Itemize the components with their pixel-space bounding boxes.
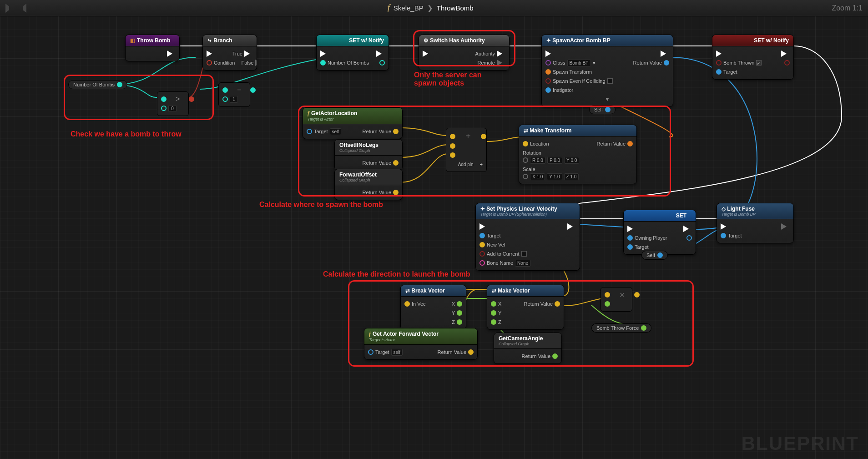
node-spawn-actor[interactable]: ✦ SpawnActor Bomb BP Class Bomb BP▾Retur…	[541, 35, 673, 107]
var-bomb-throw-force[interactable]: Bomb Throw Force	[591, 323, 651, 333]
annotation-label: Calculate where to spawn the bomb	[259, 201, 383, 209]
node-set-owner[interactable]: SET Owning Player Target	[623, 210, 696, 255]
node-header: fGet Actor Forward VectorTarget is Actor	[364, 328, 477, 345]
annotation-label: Check we have a bomb to throw	[71, 130, 182, 138]
var-self[interactable]: Self	[589, 105, 616, 114]
var-number-of-bombs[interactable]: Number Of Bombs	[68, 80, 127, 89]
node-forward-offset[interactable]: ForwardOffsetCollapsed Graph Return Valu…	[334, 169, 403, 200]
node-add-vector[interactable]: + Add pin +	[446, 128, 487, 172]
node-header: ⇄ Make Vector	[487, 285, 564, 297]
node-header: ⇄ Make Transform	[519, 125, 636, 136]
node-set-thrown[interactable]: SET w/ Notify Bomb Thrown ✓ Target	[712, 35, 794, 80]
node-header: ◇ Light FuseTarget is Bomb BP	[717, 203, 793, 219]
node-set-bombs[interactable]: SET w/ Notify Number Of Bombs	[316, 35, 389, 71]
breadcrumb-blueprint[interactable]: Skele_BP	[394, 4, 424, 12]
node-switch-authority[interactable]: ⚙ Switch Has Authority Authority Remote	[419, 35, 510, 71]
node-set-velocity[interactable]: ✦ Set Physics Linear VelocityTarget is B…	[475, 203, 580, 271]
node-branch[interactable]: ⤷ Branch True ConditionFalse	[202, 35, 257, 71]
watermark: BLUEPRINT	[742, 433, 859, 454]
node-header: ✦ SpawnActor Bomb BP	[542, 35, 673, 46]
chevron-icon: ❯	[427, 4, 433, 12]
node-offset-nolegs[interactable]: OffsetIfNoLegsCollapsed Graph Return Val…	[334, 139, 403, 171]
breadcrumb[interactable]: f Skele_BP ❯ ThrowBomb	[388, 3, 474, 13]
annotation-label: Calculate the direction to launch the bo…	[323, 270, 470, 278]
node-header: ⤷ Branch	[203, 35, 257, 46]
node-throw-bomb[interactable]: ◧Throw Bomb	[125, 35, 180, 61]
var-self2[interactable]: Self	[641, 251, 668, 260]
node-get-actor-location[interactable]: fGetActorLocationTarget is Actor Target …	[303, 107, 403, 139]
node-header: ⚙ Switch Has Authority	[419, 35, 509, 46]
node-subtract[interactable]: − 1	[218, 82, 250, 107]
node-header: SET w/ Notify	[317, 35, 389, 46]
nav-forward-icon[interactable]	[17, 4, 26, 13]
node-multiply[interactable]: ✕	[601, 287, 632, 312]
node-header: SET w/ Notify	[712, 35, 793, 46]
node-header: GetCameraAngleCollapsed Graph	[494, 333, 561, 349]
annotation-label: Only the server can spawn objects	[414, 71, 505, 87]
node-header: ⇄ Break Vector	[401, 285, 466, 297]
toolbar: f Skele_BP ❯ ThrowBomb Zoom 1:1	[0, 0, 868, 16]
zoom-level: Zoom 1:1	[832, 4, 863, 12]
node-header: fGetActorLocationTarget is Actor	[303, 108, 402, 124]
node-header: OffsetIfNoLegsCollapsed Graph	[335, 140, 402, 156]
breadcrumb-func[interactable]: ThrowBomb	[437, 4, 474, 12]
node-break-vector[interactable]: ⇄ Break Vector In VecX Y Z	[400, 285, 466, 330]
node-greater-than[interactable]: > 0	[157, 91, 189, 116]
nav-back-icon[interactable]	[5, 4, 15, 13]
function-icon: f	[388, 3, 390, 13]
node-light-fuse[interactable]: ◇ Light FuseTarget is Bomb BP Target	[717, 203, 794, 243]
graph-canvas[interactable]: ◧Throw Bomb ⤷ Branch True ConditionFalse…	[0, 16, 868, 459]
node-header: SET	[624, 210, 696, 222]
node-header: ✦ Set Physics Linear VelocityTarget is B…	[476, 203, 580, 219]
node-get-forward-vector[interactable]: fGet Actor Forward VectorTarget is Actor…	[364, 328, 478, 360]
node-header: ForwardOffsetCollapsed Graph	[335, 169, 402, 185]
node-make-vector[interactable]: ⇄ Make Vector XReturn Value Y Z	[487, 285, 564, 330]
node-header: ◧Throw Bomb	[126, 35, 179, 46]
node-get-camera-angle[interactable]: GetCameraAngleCollapsed Graph Return Val…	[494, 333, 562, 364]
node-make-transform[interactable]: ⇄ Make Transform LocationReturn Value Ro…	[519, 125, 637, 184]
